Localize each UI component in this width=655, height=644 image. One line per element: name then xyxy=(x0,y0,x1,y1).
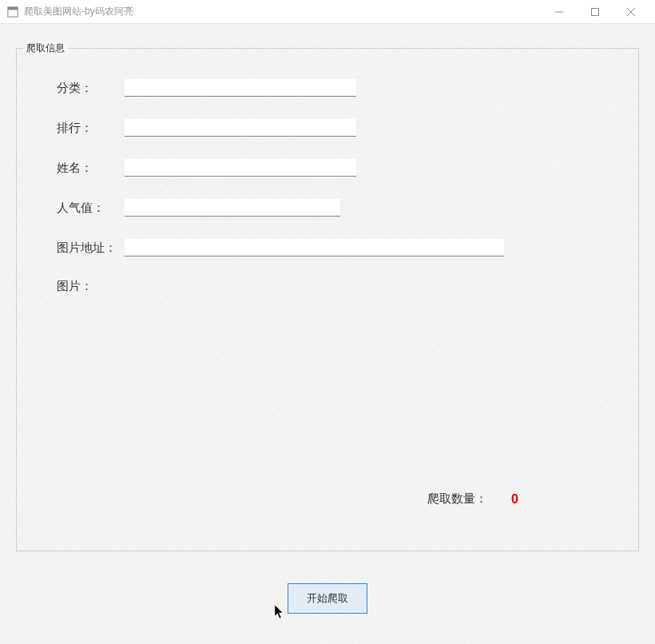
maximize-button[interactable] xyxy=(577,1,613,23)
svg-rect-1 xyxy=(8,6,18,10)
crawl-info-groupbox: 爬取信息 分类： 排行： 姓名： 人气值： 图片地址： xyxy=(16,48,639,551)
input-ranking[interactable] xyxy=(125,119,356,137)
start-crawl-button[interactable]: 开始爬取 xyxy=(288,583,367,614)
row-ranking: 排行： xyxy=(57,119,614,137)
row-name: 姓名： xyxy=(57,159,614,177)
groupbox-title: 爬取信息 xyxy=(23,42,68,55)
window-title: 爬取美图网站-by码农阿亮 xyxy=(24,5,541,18)
label-category: 分类： xyxy=(57,81,125,96)
label-name: 姓名： xyxy=(57,161,125,176)
app-window: 爬取美图网站-by码农阿亮 爬取信息 分类： 排行： xyxy=(0,0,655,644)
input-popularity[interactable] xyxy=(125,199,340,217)
row-image: 图片： xyxy=(57,279,614,294)
titlebar[interactable]: 爬取美图网站-by码农阿亮 xyxy=(0,0,655,24)
row-image-url: 图片地址： xyxy=(57,239,614,256)
window-controls xyxy=(541,1,649,23)
label-count: 爬取数量： xyxy=(427,491,487,507)
minimize-button[interactable] xyxy=(541,1,577,23)
input-image-url[interactable] xyxy=(125,239,504,256)
label-ranking: 排行： xyxy=(57,121,125,136)
close-button[interactable] xyxy=(613,1,649,23)
label-image: 图片： xyxy=(57,279,125,294)
row-popularity: 人气值： xyxy=(57,199,614,217)
row-category: 分类： xyxy=(57,79,614,97)
row-count: 爬取数量： 0 xyxy=(427,491,518,507)
label-image-url: 图片地址： xyxy=(57,241,125,256)
client-area: 爬取信息 分类： 排行： 姓名： 人气值： 图片地址： xyxy=(0,24,655,644)
svg-rect-3 xyxy=(591,8,598,15)
value-count: 0 xyxy=(511,492,518,507)
input-name[interactable] xyxy=(125,159,356,177)
app-icon xyxy=(6,6,19,18)
input-category[interactable] xyxy=(125,79,356,97)
button-area: 开始爬取 xyxy=(16,583,639,614)
start-button-label: 开始爬取 xyxy=(307,591,348,606)
label-popularity: 人气值： xyxy=(57,201,125,216)
